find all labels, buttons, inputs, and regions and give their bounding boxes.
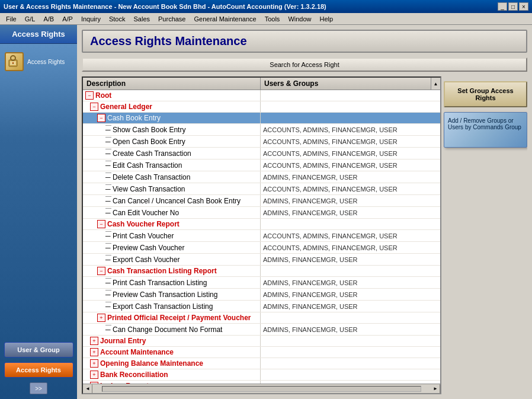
tree-table: Description Users & Groups ▲ − Root − Ge… <box>82 76 441 394</box>
menu-help[interactable]: Help <box>316 15 337 23</box>
desc-cell: ─ Preview Cash Transaction Listing <box>83 289 261 300</box>
table-row[interactable]: ─ Can Change Document No Format ADMINS, … <box>83 324 440 336</box>
collapse-icon[interactable]: − <box>97 267 105 275</box>
h-scroll-track[interactable] <box>102 386 421 392</box>
table-row[interactable]: ─ Preview Cash Voucher ACCOUNTS, ADMINS,… <box>83 242 440 254</box>
desc-cell: − Cash Book Entry <box>83 113 261 123</box>
row-label: Open Cash Book Entry <box>113 138 185 146</box>
desc-cell: − General Ledger <box>83 101 261 112</box>
table-row[interactable]: ─ Edit Cash Transaction ACCOUNTS, ADMINS… <box>83 159 440 171</box>
minimize-button[interactable]: _ <box>498 2 507 11</box>
row-label: View Cash Transaction <box>113 185 185 193</box>
expand-icon[interactable]: + <box>90 371 98 379</box>
expand-icon[interactable]: + <box>90 359 98 368</box>
tree-line: ─ <box>105 173 111 181</box>
table-row[interactable]: ─ Preview Cash Transaction Listing ADMIN… <box>83 289 440 301</box>
table-row[interactable]: + Printed Official Receipt / Payment Vou… <box>83 312 440 324</box>
scroll-right-arrow[interactable]: ► <box>431 384 440 394</box>
table-row[interactable]: + Account Maintenance <box>83 347 440 358</box>
menu-inquiry[interactable]: Inquiry <box>78 15 104 23</box>
menu-sales[interactable]: Sales <box>130 15 153 23</box>
collapse-icon[interactable]: − <box>97 114 105 122</box>
menu-purchase[interactable]: Purchase <box>155 15 189 23</box>
access-rights-button[interactable]: Access Rights <box>4 362 73 378</box>
desc-cell: + Account Maintenance <box>83 347 261 357</box>
table-row[interactable]: − Cash Book Entry <box>83 113 440 124</box>
row-label: Printed Official Receipt / Payment Vouch… <box>107 314 251 322</box>
tree-line: ─ <box>105 137 111 146</box>
table-row[interactable]: − Cash Voucher Report <box>83 219 440 230</box>
menu-tools[interactable]: Tools <box>261 15 284 23</box>
expand-icon[interactable]: + <box>90 337 98 345</box>
table-row[interactable]: ─ Export Cash Voucher ADMINS, FINANCEMGR… <box>83 254 440 266</box>
table-row[interactable]: ─ Can Cancel / Uncancel Cash Book Entry … <box>83 195 440 207</box>
scroll-up-arrow[interactable]: ▲ <box>431 78 440 90</box>
tree-line: ─ <box>105 184 111 193</box>
menu-ap[interactable]: A/P <box>59 15 76 23</box>
tree-line: ─ <box>105 278 111 287</box>
scroll-left-arrow[interactable]: ◄ <box>83 384 92 394</box>
desc-cell: ─ Show Cash Book Entry <box>83 124 261 135</box>
table-row[interactable]: + Journal Entry <box>83 336 440 347</box>
table-row[interactable]: ─ Can Edit Voucher No ADMINS, FINANCEMGR… <box>83 207 440 219</box>
users-cell: ADMINS, FINANCEMGR, USER <box>261 325 440 334</box>
collapse-icon[interactable]: − <box>97 220 105 228</box>
users-cell: ADMINS, FINANCEMGR, USER <box>261 290 440 299</box>
row-label: Show Cash Book Entry <box>113 126 185 134</box>
tree-table-body[interactable]: − Root − General Ledger − Cash Book Entr… <box>83 90 440 384</box>
table-row[interactable]: − Cash Transaction Listing Report <box>83 266 440 277</box>
users-cell <box>261 223 440 225</box>
table-row[interactable]: ─ Create Cash Transaction ACCOUNTS, ADMI… <box>83 148 440 159</box>
users-cell: ADMINS, FINANCEMGR, USER <box>261 196 440 206</box>
table-row[interactable]: ─ Open Cash Book Entry ACCOUNTS, ADMINS,… <box>83 136 440 148</box>
tree-line: ─ <box>105 302 111 311</box>
maximize-button[interactable]: □ <box>508 2 518 11</box>
users-cell <box>261 374 440 376</box>
menu-file[interactable]: File <box>2 15 20 23</box>
row-label: Delete Cash Transaction <box>113 173 190 181</box>
menu-general-maintenance[interactable]: General Maintenance <box>191 15 260 23</box>
row-label: Print Cash Transaction Listing <box>113 279 207 287</box>
title-bar-text: User & Access Rights Maintenance - New A… <box>4 3 326 10</box>
desc-cell: + Journal Entry <box>83 336 261 346</box>
menu-window[interactable]: Window <box>284 15 315 23</box>
search-access-right-button[interactable]: Search for Access Right <box>82 58 527 72</box>
svg-point-4 <box>12 62 14 63</box>
sidebar-expand-button[interactable]: >> <box>30 382 47 394</box>
row-label: Export Cash Voucher <box>113 256 180 264</box>
tree-line: ─ <box>105 243 111 252</box>
users-cell: ACCOUNTS, ADMINS, FINANCEMGR, USER <box>261 125 440 135</box>
set-group-access-rights-button[interactable]: Set Group Access Rights <box>444 81 527 107</box>
row-label: Journal Entry <box>100 337 146 345</box>
user-group-button[interactable]: User & Group <box>4 342 73 357</box>
horizontal-scrollbar[interactable]: ◄ ► <box>83 384 440 393</box>
table-row[interactable]: − Root <box>83 90 440 101</box>
tree-line: ─ <box>105 161 111 170</box>
collapse-icon[interactable]: − <box>85 91 94 100</box>
users-cell <box>261 317 440 319</box>
menu-gl[interactable]: G/L <box>21 15 39 23</box>
expand-icon[interactable]: + <box>90 348 98 356</box>
row-label: Can Change Document No Format <box>113 325 222 334</box>
table-row[interactable]: − General Ledger <box>83 101 440 113</box>
tree-line: ─ <box>105 196 111 205</box>
row-label: Cash Voucher Report <box>107 220 180 228</box>
row-label: Bank Reconciliation <box>100 371 168 379</box>
table-row[interactable]: ─ Show Cash Book Entry ACCOUNTS, ADMINS,… <box>83 124 440 136</box>
table-row[interactable]: + Opening Balance Maintenance <box>83 358 440 369</box>
sidebar-access-rights-icon-row[interactable]: Access Rights <box>0 50 77 74</box>
users-cell: ACCOUNTS, ADMINS, FINANCEMGR, USER <box>261 231 440 241</box>
close-button[interactable]: × <box>519 2 528 11</box>
expand-icon[interactable]: + <box>97 314 105 322</box>
table-row[interactable]: + Bank Reconciliation <box>83 369 440 381</box>
table-row[interactable]: ─ View Cash Transaction ACCOUNTS, ADMINS… <box>83 183 440 195</box>
table-row[interactable]: ─ Print Cash Transaction Listing ADMINS,… <box>83 277 440 289</box>
menu-stock[interactable]: Stock <box>105 15 129 23</box>
table-row[interactable]: ─ Print Cash Voucher ACCOUNTS, ADMINS, F… <box>83 230 440 242</box>
row-label: Edit Cash Transaction <box>113 161 182 170</box>
collapse-icon[interactable]: − <box>90 103 98 111</box>
desc-cell: ─ Can Change Document No Format <box>83 324 261 335</box>
table-row[interactable]: ─ Delete Cash Transaction ADMINS, FINANC… <box>83 171 440 183</box>
table-row[interactable]: ─ Export Cash Transaction Listing ADMINS… <box>83 301 440 312</box>
menu-ab[interactable]: A/B <box>40 15 57 23</box>
